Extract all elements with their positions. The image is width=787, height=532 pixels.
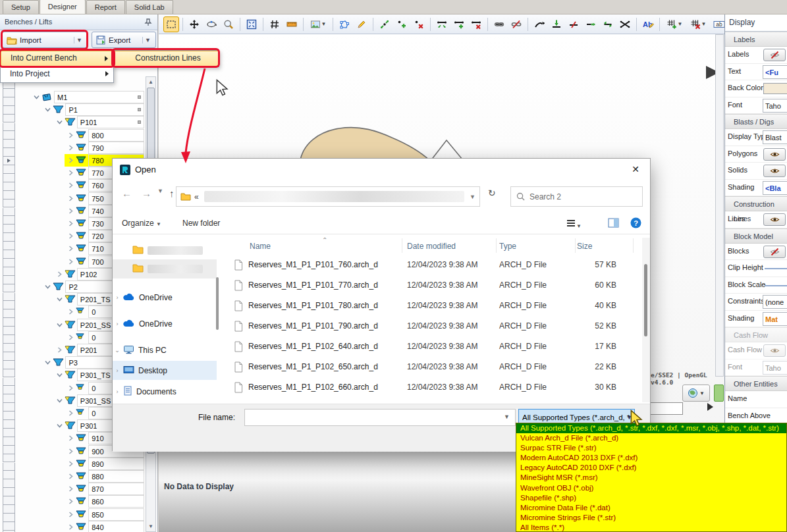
- image-button[interactable]: ▼: [307, 16, 329, 32]
- add-grid-button[interactable]: ▼: [663, 16, 686, 32]
- file-type-option-10[interactable]: All Items (*.*): [516, 523, 786, 532]
- help-button[interactable]: ?: [630, 217, 641, 230]
- tree-label[interactable]: 850: [88, 508, 144, 521]
- file-type-option-1[interactable]: Vulcan Arch_d File (*.arch_d): [516, 433, 786, 443]
- property-value-field[interactable]: (none: [763, 295, 787, 309]
- tree-label[interactable]: P101: [77, 116, 144, 128]
- tree-collapsed-chevron[interactable]: [67, 473, 74, 480]
- tree-label[interactable]: 790: [88, 142, 144, 154]
- tree-collapsed-chevron[interactable]: [67, 132, 74, 139]
- tab-designer[interactable]: Designer: [40, 0, 86, 14]
- edit-pencil-button[interactable]: [354, 16, 369, 32]
- file-row-reserves-m1-p1-p102-650-arch-d[interactable]: Reserves_M1_P1_P102_650.arch_d12/04/2023…: [219, 358, 641, 378]
- marquee-select-button[interactable]: [163, 16, 179, 32]
- visibility-on-button[interactable]: [763, 213, 786, 226]
- reverse-direction-button[interactable]: [600, 16, 616, 32]
- tree-row-m1-0[interactable]: M1: [0, 91, 145, 103]
- visibility-on-button[interactable]: [763, 165, 786, 177]
- tree-collapsed-chevron[interactable]: [67, 195, 74, 202]
- sidebar-item-desktop[interactable]: ›Desktop: [113, 361, 217, 380]
- sidebar-item-onedrive[interactable]: ›OneDrive: [113, 288, 217, 307]
- tree-collapsed-chevron[interactable]: [67, 258, 74, 265]
- tree-collapsed-chevron[interactable]: [67, 435, 74, 442]
- tree-expanded-chevron[interactable]: [44, 283, 51, 290]
- file-list-scrollbar-thumb[interactable]: [644, 264, 647, 336]
- tree-label[interactable]: P1: [65, 103, 144, 116]
- up-button[interactable]: ↑: [169, 188, 175, 199]
- sidebar-chevron[interactable]: ›: [113, 367, 122, 374]
- tree-expanded-chevron[interactable]: [56, 119, 63, 126]
- tree-label[interactable]: 890: [88, 458, 144, 470]
- new-folder-button[interactable]: New folder: [182, 219, 220, 228]
- tree-collapsed-chevron[interactable]: [67, 169, 74, 176]
- move-segment-button[interactable]: [434, 16, 450, 32]
- tree-row-870-31[interactable]: 870: [0, 483, 145, 495]
- tree-row-p101-2[interactable]: P101: [0, 116, 145, 128]
- value-slider[interactable]: [765, 268, 787, 269]
- sidebar-item-onedrive[interactable]: ›OneDrive: [113, 314, 217, 333]
- dialog-close-button[interactable]: ✕: [621, 159, 650, 181]
- grid-button[interactable]: [267, 16, 283, 32]
- tree-collapsed-chevron[interactable]: [67, 385, 74, 392]
- tree-row-800-3[interactable]: 800: [0, 129, 145, 142]
- tree-expanded-chevron[interactable]: [56, 321, 63, 329]
- pin-icon[interactable]: [144, 18, 152, 26]
- column-header-type[interactable]: Type: [499, 242, 516, 251]
- menu-item-into-project[interactable]: Into Project: [1, 66, 113, 82]
- pan-button[interactable]: [186, 16, 202, 32]
- sidebar-item-documents[interactable]: ›Documents: [113, 382, 217, 401]
- tree-label[interactable]: 800: [88, 129, 144, 142]
- property-value-field[interactable]: <Fu: [763, 65, 787, 79]
- orbit-button[interactable]: [204, 16, 219, 32]
- tab-report[interactable]: Report: [86, 0, 125, 14]
- file-type-option-0[interactable]: All Supported Types (*.arch_d, *.str, *.…: [516, 423, 786, 433]
- tree-collapsed-chevron[interactable]: [67, 485, 74, 492]
- sidebar-scrollbar-thumb[interactable]: [216, 277, 219, 330]
- export-button[interactable]: Export ▼: [92, 32, 156, 48]
- sidebar-item-redacted-folder[interactable]: [113, 241, 217, 260]
- sidebar-chevron[interactable]: ›: [113, 294, 122, 301]
- property-value-field[interactable]: Taho: [763, 99, 787, 113]
- expand-right-arrow[interactable]: [707, 403, 713, 411]
- tree-expanded-chevron[interactable]: [56, 397, 63, 404]
- address-bar[interactable]: « ▼: [176, 186, 480, 207]
- sidebar-chevron[interactable]: ›: [113, 321, 122, 327]
- visibility-off-button[interactable]: [763, 49, 786, 61]
- file-row-reserves-m1-p1-p101-780-arch-d[interactable]: Reserves_M1_P1_P101_780.arch_d12/04/2023…: [219, 296, 641, 317]
- refresh-icon[interactable]: ↻: [488, 188, 496, 198]
- tree-collapsed-chevron[interactable]: [56, 346, 63, 354]
- file-type-option-8[interactable]: Micromine Data File (*.dat): [516, 503, 786, 513]
- search-box[interactable]: Search 2: [510, 186, 643, 207]
- tree-collapsed-chevron[interactable]: [67, 245, 74, 252]
- tree-expanded-chevron[interactable]: [33, 93, 40, 101]
- tree-row-890-29[interactable]: 890: [0, 458, 145, 470]
- tree-row-840-34[interactable]: 840: [0, 521, 145, 532]
- organize-button[interactable]: Organize ▼: [122, 219, 161, 228]
- sidebar-item-redacted-folder[interactable]: [113, 259, 217, 279]
- sidebar-chevron[interactable]: ›: [113, 388, 122, 395]
- tree-collapsed-chevron[interactable]: [67, 410, 74, 417]
- tree-collapsed-chevron[interactable]: [67, 144, 74, 151]
- tree-collapsed-chevron[interactable]: [67, 308, 74, 315]
- file-type-option-3[interactable]: Modern AutoCAD 2013 DXF (*.dxf): [516, 453, 786, 463]
- file-type-option-4[interactable]: Legacy AutoCAD 2010 DXF (*.dxf): [516, 463, 786, 473]
- back-color-swatch[interactable]: [763, 83, 787, 94]
- file-row-reserves-m1-p1-p101-790-arch-d[interactable]: Reserves_M1_P1_P101_790.arch_d12/04/2023…: [219, 317, 641, 337]
- export-dropdown-arrow[interactable]: ▼: [142, 37, 153, 43]
- tree-collapsed-chevron[interactable]: [67, 334, 74, 341]
- tree-collapsed-chevron[interactable]: [67, 448, 74, 455]
- preview-pane-button[interactable]: [608, 218, 619, 230]
- tab-solid-lab[interactable]: Solid Lab: [126, 0, 173, 14]
- sidebar-chevron[interactable]: ⌄: [113, 347, 122, 354]
- tree-expanded-chevron[interactable]: [44, 359, 51, 366]
- tree-collapsed-chevron[interactable]: [67, 182, 74, 189]
- insert-vertex-button[interactable]: [549, 16, 564, 32]
- file-type-option-9[interactable]: Micromine Strings File (*.str): [516, 513, 786, 523]
- extend-segment-button[interactable]: [583, 16, 599, 32]
- ruler-button[interactable]: [284, 16, 300, 32]
- visibility-on-button[interactable]: [763, 344, 786, 357]
- delete-crossing-button[interactable]: [617, 16, 633, 32]
- tree-row-850-33[interactable]: 850: [0, 508, 145, 521]
- delete-point-button[interactable]: [411, 16, 427, 32]
- property-value-field[interactable]: Blast: [763, 130, 787, 144]
